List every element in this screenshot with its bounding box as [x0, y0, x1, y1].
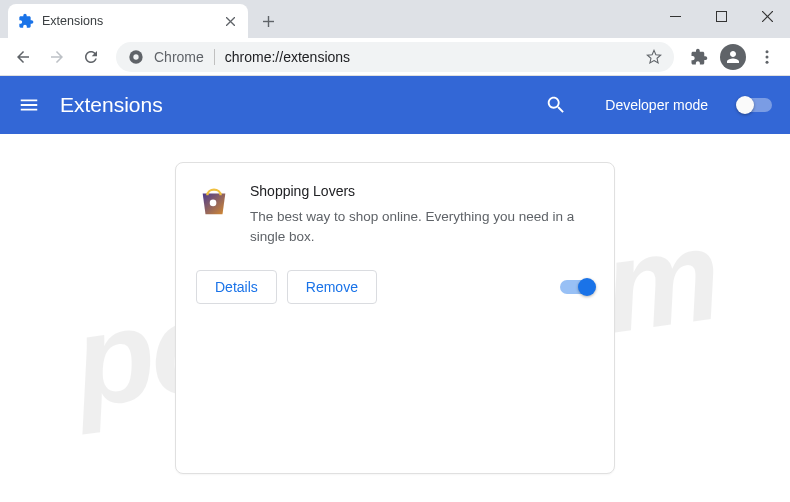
tab-close-icon[interactable]	[222, 13, 238, 29]
extensions-favicon	[18, 13, 34, 29]
developer-mode-label: Developer mode	[605, 97, 708, 113]
kebab-menu-icon[interactable]	[752, 42, 782, 72]
reload-button[interactable]	[76, 42, 106, 72]
omnibox-prefix: Chrome	[154, 49, 204, 65]
tab-title: Extensions	[42, 14, 214, 28]
svg-point-12	[766, 60, 769, 63]
forward-button[interactable]	[42, 42, 72, 72]
remove-button[interactable]: Remove	[287, 270, 377, 304]
page-title: Extensions	[60, 93, 525, 117]
omnibox-separator	[214, 49, 215, 65]
svg-point-13	[210, 200, 217, 207]
profile-avatar[interactable]	[718, 42, 748, 72]
svg-point-11	[766, 55, 769, 58]
minimize-button[interactable]	[652, 0, 698, 32]
svg-point-9	[133, 54, 138, 59]
address-bar[interactable]: Chrome chrome://extensions	[116, 42, 674, 72]
close-window-button[interactable]	[744, 0, 790, 32]
developer-mode-toggle[interactable]	[738, 98, 772, 112]
new-tab-button[interactable]	[254, 7, 282, 35]
browser-tab[interactable]: Extensions	[8, 4, 248, 38]
extension-app-icon	[196, 183, 232, 219]
maximize-button[interactable]	[698, 0, 744, 32]
back-button[interactable]	[8, 42, 38, 72]
window-controls	[652, 0, 790, 32]
search-icon[interactable]	[545, 94, 567, 116]
omnibox-url: chrome://extensions	[225, 49, 636, 65]
extensions-header: Extensions Developer mode	[0, 76, 790, 134]
details-button[interactable]: Details	[196, 270, 277, 304]
bookmark-star-icon[interactable]	[646, 49, 662, 65]
svg-point-10	[766, 50, 769, 53]
extensions-content: pcrisk.com Shopping Lovers The best way …	[0, 134, 790, 502]
extensions-puzzle-icon[interactable]	[684, 42, 714, 72]
extension-name: Shopping Lovers	[250, 183, 594, 199]
extension-enable-toggle[interactable]	[560, 280, 594, 294]
chrome-icon	[128, 49, 144, 65]
extension-card: Shopping Lovers The best way to shop onl…	[175, 162, 615, 474]
svg-rect-1	[716, 11, 726, 21]
browser-toolbar: Chrome chrome://extensions	[0, 38, 790, 76]
hamburger-menu-icon[interactable]	[18, 94, 40, 116]
extension-description: The best way to shop online. Everything …	[250, 207, 594, 246]
